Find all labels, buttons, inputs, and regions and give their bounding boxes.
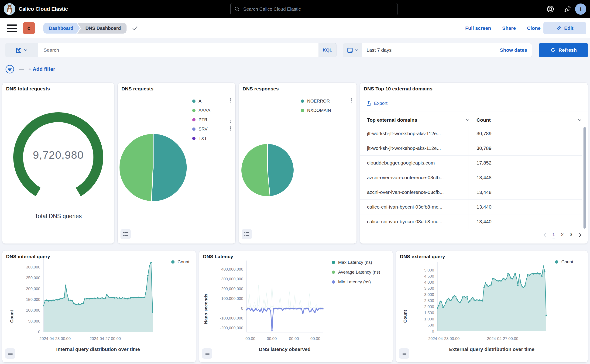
page-number[interactable]: 3 [570,232,572,238]
breadcrumb-dns-dashboard[interactable]: DNS Dashboard [77,23,126,33]
legend-actions-icon[interactable] [351,108,352,113]
legend-actions-icon[interactable] [230,98,231,104]
table-row[interactable]: calico-cni-ivan-byocni-03cfb8-mc... 13,4… [360,200,582,214]
column-header-domains[interactable]: Top external domains [367,117,470,123]
query-bar: KQL [5,43,337,57]
legend-actions-icon[interactable] [351,98,352,104]
table-row[interactable]: jlt-worksh-jlt-workshop-aks-112e... 30,7… [360,126,582,141]
gauge-caption: Total DNS queries [2,213,114,220]
legend-item[interactable]: Min Latency (ns) [332,279,380,285]
legend-actions-icon[interactable] [230,126,231,132]
legend-item[interactable]: SRV [192,126,231,132]
global-search-input[interactable] [243,6,394,12]
legend-item[interactable]: Count [555,259,573,265]
legend-toggle-button[interactable] [202,348,212,359]
svg-text:250,000: 250,000 [26,276,40,280]
svg-text:300,000,000: 300,000,000 [221,277,243,281]
news-icon[interactable] [564,5,571,13]
time-picker-menu[interactable] [343,43,362,57]
kql-language-button[interactable]: KQL [318,43,336,57]
export-button[interactable]: Export [366,100,388,106]
svg-text:4,000: 4,000 [424,280,434,285]
dns-latency-legend: Max Latency (ns) Average Latency (ns) Mi… [332,259,380,285]
filter-divider [19,69,24,70]
show-dates-button[interactable]: Show dates [500,43,532,57]
add-filter-button[interactable]: + Add filter [28,66,55,72]
domains-table-body: jlt-worksh-jlt-workshop-aks-112e... 30,7… [360,126,582,229]
help-icon[interactable] [546,5,554,13]
user-avatar[interactable]: t [575,4,586,15]
table-row[interactable]: clouddebugger.googleapis.com 17,852 [360,156,582,170]
legend-item[interactable]: TXT [192,135,231,142]
share-button[interactable]: Share [502,26,516,31]
app-header: Calico Cloud Elastic t [0,0,590,18]
legend-actions-icon[interactable] [230,136,231,141]
global-search[interactable] [230,3,398,15]
domain-cell: clouddebugger.googleapis.com [367,160,470,166]
panel-title: DNS requests [121,86,154,91]
clone-button[interactable]: Clone [527,26,541,31]
chevron-down-icon [24,49,27,51]
table-row[interactable]: calico-cni-ivan-byocni-03cfb8-mc... 13,4… [360,214,582,229]
legend-toggle-button[interactable] [120,229,131,239]
calico-logo-icon[interactable] [4,3,15,15]
space-badge[interactable]: c [23,22,35,34]
svg-text:500: 500 [428,323,434,327]
table-row[interactable]: azcni-over-ivan-conference-03cfb... 13,4… [360,185,582,200]
next-page-icon[interactable] [578,233,582,237]
legend-item[interactable]: NXDOMAIN [301,107,352,113]
svg-text:00:00: 00:00 [267,337,277,341]
legend-dot-icon [301,109,304,112]
table-row[interactable]: azcni-over-ivan-conference-03cfb... 13,4… [360,170,582,185]
svg-text:00:00: 00:00 [289,337,299,341]
menu-button[interactable] [7,25,17,32]
x-axis-title: Internal query distribution over time [44,346,153,352]
legend-item[interactable]: Count [171,259,189,265]
time-range-value[interactable]: Last 7 days [362,43,500,57]
legend-item[interactable]: A [192,98,231,104]
legend-item[interactable]: Average Latency (ns) [332,269,380,275]
page-number[interactable]: 2 [561,232,564,238]
legend-dot-icon [301,99,304,103]
legend-item[interactable]: Max Latency (ns) [332,259,380,266]
count-cell: 13,448 [477,189,492,195]
svg-text:2,500: 2,500 [424,299,434,303]
table-scrollbar[interactable] [584,127,586,229]
count-cell: 30,789 [477,145,492,151]
check-icon [132,25,138,32]
filter-icon[interactable] [5,65,14,74]
legend-toggle-button[interactable] [242,229,252,239]
list-icon [401,351,407,356]
saved-query-menu[interactable] [5,43,38,57]
export-icon [366,100,371,106]
svg-text:2,000: 2,000 [424,305,434,309]
legend-actions-icon[interactable] [230,108,231,113]
legend-item[interactable]: PTR [192,117,231,123]
full-screen-button[interactable]: Full screen [465,26,491,31]
x-axis-title: External query distribution over time [437,346,546,352]
breadcrumb-dashboard[interactable]: Dashboard [43,23,77,33]
dns-dashboard-app: Calico Cloud Elastic t [0,0,590,364]
refresh-button[interactable]: Refresh [539,43,588,57]
column-header-count[interactable]: Count [477,117,582,123]
legend-actions-icon[interactable] [230,117,231,123]
divider [360,111,588,111]
panel-top-external-domains: DNS Top 10 external domains Export Top e… [360,83,588,244]
table-row[interactable]: jlt-worksh-jlt-workshop-aks-112e... 30,7… [360,141,582,156]
svg-text:1,500: 1,500 [424,311,434,315]
page-number[interactable]: 1 [552,232,555,238]
legend-toggle-button[interactable] [399,348,409,359]
legend-item[interactable]: AAAA [192,107,231,113]
external-query-legend: Count [555,259,573,265]
list-icon [244,231,250,237]
edit-button[interactable]: Edit [543,22,586,34]
panel-dns-external-query: DNS external query Count 05001,0001,5002… [396,251,588,362]
panel-dns-responses: DNS responses NOERROR NXDOMAIN [239,83,357,244]
legend-toggle-button[interactable] [5,348,15,359]
sort-chevron-icon [578,119,582,121]
prev-page-icon[interactable] [543,233,546,237]
kql-search-input[interactable] [38,43,318,57]
legend-item[interactable]: NOERROR [301,98,352,104]
svg-text:200,000: 200,000 [26,287,40,291]
svg-text:0: 0 [241,306,243,311]
